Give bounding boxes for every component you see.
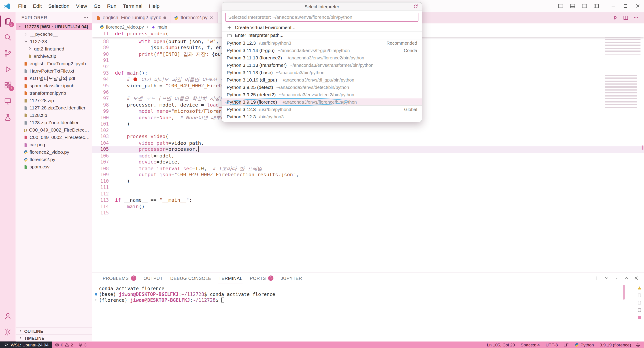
tree-item[interactable]: C00_049_0002_FireDetection.mp4 xyxy=(16,134,92,141)
tree-item[interactable]: car.png xyxy=(16,141,92,148)
line-number[interactable]: 99 xyxy=(92,108,109,114)
line-number[interactable]: 105 xyxy=(92,146,109,153)
tab-close-icon[interactable] xyxy=(210,16,214,20)
activitybar-run-debug[interactable] xyxy=(0,61,16,77)
line-number[interactable]: 114 xyxy=(92,203,109,210)
tree-item[interactable]: archive.zip xyxy=(16,52,92,60)
activitybar-explorer[interactable]: 2 xyxy=(0,13,16,29)
panel-tab-jupyter[interactable]: JUPYTER xyxy=(277,273,305,283)
layout-sidebar-right-icon[interactable] xyxy=(581,3,588,9)
interpreter-option[interactable]: Python 3.9.19 (florence)~/anaconda3/envs… xyxy=(222,98,422,106)
interpreter-option[interactable]: Python 3.11.14 (tf-gpu)~/anaconda3/envs/… xyxy=(222,47,422,54)
activitybar-remote-explorer[interactable] xyxy=(0,93,16,109)
line-number[interactable]: 91 xyxy=(92,57,109,64)
panel-tab-debug-console[interactable]: DEBUG CONSOLE xyxy=(167,273,214,283)
menu-go[interactable]: Go xyxy=(90,1,104,10)
line-number[interactable]: 103 xyxy=(92,134,109,140)
code-line[interactable]: 107 device=device, xyxy=(92,159,644,165)
line-number[interactable]: 88 xyxy=(92,38,109,45)
run-icon[interactable] xyxy=(613,15,618,20)
code-line[interactable]: 110 ) xyxy=(92,178,644,184)
code-line[interactable]: 114 main() xyxy=(92,203,644,210)
quickpick-command[interactable]: Enter interpreter path... xyxy=(222,31,422,39)
tree-item[interactable]: english_FineTuning2.ipynb xyxy=(16,60,92,67)
status-interpreter[interactable]: 3.9.19 (florence) xyxy=(597,342,634,348)
interpreter-option[interactable]: Python 3.12.3/bin/python3 xyxy=(222,113,422,120)
menu-selection[interactable]: Selection xyxy=(45,1,73,10)
close-icon[interactable] xyxy=(634,275,639,281)
menu-edit[interactable]: Edit xyxy=(30,1,45,10)
tab[interactable]: english_FineTuning2.ipynb xyxy=(92,12,170,23)
code-line[interactable]: 111 xyxy=(92,184,644,191)
line-number[interactable]: 112 xyxy=(92,191,109,197)
breadcrumb-symbol[interactable]: main xyxy=(158,24,167,29)
activitybar-account[interactable] xyxy=(0,308,16,324)
chevron-down-icon[interactable] xyxy=(604,275,609,281)
panel-tab-ports[interactable]: PORTS3 xyxy=(246,273,276,283)
activitybar-testing[interactable] xyxy=(0,109,16,125)
code-line[interactable]: 104 video_path=video_path, xyxy=(92,140,644,146)
line-number[interactable]: 92 xyxy=(92,64,109,70)
plus-icon[interactable] xyxy=(594,275,600,281)
ports-indicator[interactable]: 3 xyxy=(76,342,89,348)
breadcrumb-file[interactable]: florence2_video.py xyxy=(106,24,144,29)
interpreter-option[interactable]: Python 3.11.13 (transformer)~/anaconda3/… xyxy=(222,61,422,69)
more-actions-icon[interactable] xyxy=(83,15,89,20)
line-number[interactable]: 90 xyxy=(92,51,109,57)
line-number[interactable]: 94 xyxy=(92,76,109,83)
tree-item[interactable]: spam.csv xyxy=(16,163,92,171)
activitybar-search[interactable] xyxy=(0,29,16,45)
code-line[interactable]: 105 processor=processor, xyxy=(92,146,644,153)
interpreter-option[interactable]: Python 3.11.13 (base)~/anaconda3/bin/pyt… xyxy=(222,69,422,76)
line-number[interactable]: 108 xyxy=(92,165,109,172)
refresh-icon[interactable] xyxy=(413,4,418,9)
line-number[interactable]: 93 xyxy=(92,70,109,76)
menu-terminal[interactable]: Terminal xyxy=(120,1,146,10)
terminal-scrollbar[interactable] xyxy=(623,285,625,300)
split-editor-icon[interactable] xyxy=(623,15,628,20)
line-number[interactable]: 101 xyxy=(92,121,109,127)
chevron-up-icon[interactable] xyxy=(624,275,629,281)
layout-sidebar-icon[interactable] xyxy=(558,3,564,9)
status-indentation[interactable]: Spaces: 4 xyxy=(518,342,543,348)
code-line[interactable]: 115 xyxy=(92,210,644,216)
line-number[interactable]: 11 xyxy=(92,31,109,37)
interpreter-option[interactable]: Python 3.11.13 (florence2)~/anaconda3/en… xyxy=(222,54,422,61)
tree-item[interactable]: spam_classifier.ipynb xyxy=(16,82,92,89)
interpreter-option[interactable]: Python 3.10.19 (dl_gpu)~/anaconda3/envs/… xyxy=(222,76,422,84)
code-line[interactable]: 106 model=model, xyxy=(92,153,644,159)
tree-item[interactable]: florence2_video.py xyxy=(16,148,92,156)
line-number[interactable]: 96 xyxy=(92,89,109,95)
tree-item[interactable]: {}C00_049_0002_FireDetection_re... xyxy=(16,126,92,134)
line-number[interactable]: 95 xyxy=(92,83,109,89)
line-number[interactable]: 111 xyxy=(92,184,109,191)
layout-customize-icon[interactable] xyxy=(593,3,600,9)
tree-item[interactable]: KDT멀티모달강의.pdf xyxy=(16,75,92,82)
activitybar-source-control[interactable] xyxy=(0,45,16,61)
interpreter-search-input[interactable] xyxy=(226,13,418,22)
window-close-button[interactable] xyxy=(632,0,644,12)
quickpick-command[interactable]: Create Virtual Environment... xyxy=(222,24,422,31)
tree-root-folder[interactable]: 112728 [WSL: UBUNTU-24.04] xyxy=(16,23,92,30)
section-outline[interactable]: OUTLINE xyxy=(16,328,92,334)
line-number[interactable]: 104 xyxy=(92,140,109,146)
panel-tab-terminal[interactable]: TERMINAL xyxy=(216,273,246,283)
status-encoding[interactable]: UTF-8 xyxy=(543,342,560,348)
code-line[interactable]: 113if __name__ == "__main__": xyxy=(92,197,644,203)
line-number[interactable]: 102 xyxy=(92,127,109,134)
menu-run[interactable]: Run xyxy=(104,1,120,10)
interpreter-option[interactable]: Python 3.9.25 (detect2)~/anaconda3/envs/… xyxy=(222,91,422,98)
line-number[interactable]: 110 xyxy=(92,178,109,184)
terminal[interactable]: conda activate florence(base) jiwon@DESK… xyxy=(92,283,644,342)
line-number[interactable]: 106 xyxy=(92,153,109,159)
code-line[interactable]: 103 process_video( xyxy=(92,134,644,140)
line-number[interactable]: 89 xyxy=(92,45,109,51)
line-number[interactable]: 98 xyxy=(92,102,109,108)
tree-item[interactable]: HarryPotterTxtFile.txt xyxy=(16,67,92,75)
minimap[interactable] xyxy=(605,31,641,108)
line-number[interactable]: 100 xyxy=(92,115,109,121)
interpreter-option[interactable]: Python 3.9.25 (detect)~/anaconda3/envs/d… xyxy=(222,84,422,91)
line-number[interactable]: 113 xyxy=(92,197,109,203)
status-eol[interactable]: LF xyxy=(560,342,571,348)
remote-indicator[interactable]: WSL: Ubuntu-24.04 xyxy=(0,342,52,348)
